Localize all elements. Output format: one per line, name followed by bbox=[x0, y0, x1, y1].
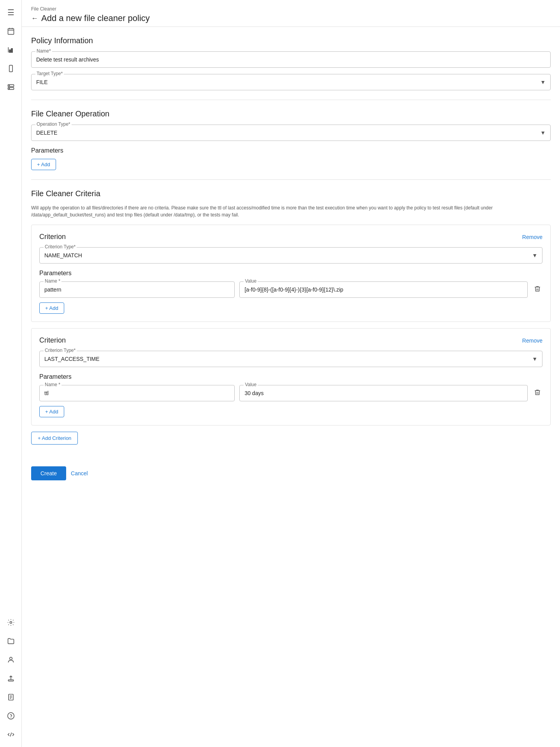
operation-title: File Cleaner Operation bbox=[31, 109, 551, 118]
criterion-type-field-group-1: Criterion Type* NAME_MATCH ▼ bbox=[39, 247, 542, 264]
operation-section: File Cleaner Operation Operation Type* D… bbox=[31, 109, 551, 141]
policy-info-section: Policy Information Name* Target Type* FI… bbox=[31, 36, 551, 90]
name-field-group: Name* bbox=[31, 51, 551, 68]
target-type-field[interactable]: Target Type* FILE ▼ bbox=[31, 74, 551, 90]
server-icon[interactable] bbox=[3, 79, 19, 95]
target-type-arrow: ▼ bbox=[540, 79, 546, 85]
upload-icon[interactable] bbox=[3, 671, 19, 686]
chart-icon[interactable] bbox=[3, 42, 19, 58]
folder-icon[interactable] bbox=[3, 633, 19, 649]
svg-point-20 bbox=[7, 713, 14, 719]
param-value-field-1-1[interactable]: Value bbox=[239, 281, 528, 298]
svg-rect-5 bbox=[9, 50, 10, 53]
param-name-label-2-1: Name * bbox=[44, 382, 61, 387]
param-name-input-2-1[interactable] bbox=[44, 388, 230, 398]
help-icon[interactable] bbox=[3, 708, 19, 724]
bottom-actions: Create Cancel bbox=[22, 460, 560, 490]
operation-type-label: Operation Type* bbox=[35, 121, 72, 127]
param-row-1-1: Name * Value bbox=[39, 281, 542, 298]
criterion-header-1: Criterion Remove bbox=[39, 233, 542, 241]
criterion-card-2: Criterion Remove Criterion Type* LAST_AC… bbox=[31, 328, 551, 425]
param-value-label-1-1: Value bbox=[244, 278, 258, 284]
criterion-card-1: Criterion Remove Criterion Type* NAME_MA… bbox=[31, 225, 551, 322]
criterion-type-field-group-2: Criterion Type* LAST_ACCESS_TIME ▼ bbox=[39, 351, 542, 367]
page-title-row: ← Add a new file cleaner policy bbox=[31, 13, 551, 23]
criterion-title-2: Criterion bbox=[39, 336, 66, 344]
person-icon[interactable] bbox=[3, 652, 19, 668]
criterion-2-params-section: Parameters Name * Value bbox=[39, 373, 542, 417]
svg-rect-6 bbox=[11, 49, 12, 53]
criteria-info: Will apply the operation to all files/di… bbox=[31, 204, 551, 218]
parameters-title: Parameters bbox=[31, 147, 551, 154]
code-icon[interactable] bbox=[3, 727, 19, 742]
criterion-type-field-2[interactable]: Criterion Type* LAST_ACCESS_TIME ▼ bbox=[39, 351, 542, 367]
main-content: File Cleaner ← Add a new file cleaner po… bbox=[22, 0, 560, 747]
criterion-1-params-section: Parameters Name * Value bbox=[39, 270, 542, 314]
svg-rect-0 bbox=[8, 28, 14, 34]
delete-param-2-1-button[interactable] bbox=[532, 387, 542, 399]
add-criterion-button[interactable]: + Add Criterion bbox=[31, 432, 78, 445]
criterion-type-arrow-1: ▼ bbox=[532, 252, 537, 258]
document2-icon[interactable] bbox=[3, 689, 19, 705]
svg-point-21 bbox=[11, 717, 11, 718]
target-type-field-group: Target Type* FILE ▼ bbox=[31, 74, 551, 90]
criterion-type-value-2: LAST_ACCESS_TIME bbox=[44, 354, 532, 364]
param-row-2-1: Name * Value bbox=[39, 385, 542, 401]
document-icon[interactable]: ☰ bbox=[3, 5, 19, 20]
criteria-title: File Cleaner Criteria bbox=[31, 189, 551, 198]
criterion-2-params-title: Parameters bbox=[39, 373, 542, 380]
param-name-field-1-1[interactable]: Name * bbox=[39, 281, 235, 298]
criterion-type-value-1: NAME_MATCH bbox=[44, 251, 532, 260]
svg-point-11 bbox=[9, 85, 10, 86]
back-button[interactable]: ← bbox=[31, 14, 38, 23]
form-area: Policy Information Name* Target Type* FI… bbox=[22, 27, 560, 460]
page-title: Add a new file cleaner policy bbox=[41, 13, 150, 23]
target-type-label: Target Type* bbox=[35, 71, 64, 76]
create-button[interactable]: Create bbox=[31, 466, 66, 480]
criterion-type-label-2: Criterion Type* bbox=[44, 348, 77, 353]
svg-rect-15 bbox=[8, 680, 13, 681]
phone-icon[interactable] bbox=[3, 61, 19, 76]
policy-info-title: Policy Information bbox=[31, 36, 551, 45]
svg-point-14 bbox=[9, 657, 12, 660]
param-name-label-1-1: Name * bbox=[44, 278, 61, 284]
name-field[interactable]: Name* bbox=[31, 51, 551, 68]
sidebar: ☰ bbox=[0, 0, 22, 747]
operation-type-field-group: Operation Type* DELETE ▼ bbox=[31, 125, 551, 141]
page-header: File Cleaner ← Add a new file cleaner po… bbox=[22, 0, 560, 27]
criterion-type-field-1[interactable]: Criterion Type* NAME_MATCH ▼ bbox=[39, 247, 542, 264]
parameters-section: Parameters + Add bbox=[31, 147, 551, 170]
divider-1 bbox=[31, 100, 551, 100]
delete-param-1-1-button[interactable] bbox=[532, 284, 542, 296]
criterion-type-label-1: Criterion Type* bbox=[44, 244, 77, 250]
add-param-2-button[interactable]: + Add bbox=[39, 406, 64, 417]
operation-type-field[interactable]: Operation Type* DELETE ▼ bbox=[31, 125, 551, 141]
settings-icon[interactable] bbox=[3, 615, 19, 630]
svg-line-22 bbox=[10, 733, 11, 736]
criterion-1-params-title: Parameters bbox=[39, 270, 542, 277]
calendar-icon[interactable] bbox=[3, 23, 19, 39]
operation-type-arrow: ▼ bbox=[540, 130, 546, 136]
svg-point-13 bbox=[10, 622, 12, 624]
param-value-input-2-1[interactable] bbox=[244, 388, 523, 398]
param-value-input-1-1[interactable] bbox=[244, 285, 523, 294]
target-type-value: FILE bbox=[36, 77, 540, 87]
remove-criterion-1-button[interactable]: Remove bbox=[522, 234, 542, 240]
name-label: Name* bbox=[35, 48, 52, 54]
param-name-input-1-1[interactable] bbox=[44, 285, 230, 294]
divider-2 bbox=[31, 179, 551, 180]
criterion-title-1: Criterion bbox=[39, 233, 66, 241]
param-value-field-2-1[interactable]: Value bbox=[239, 385, 528, 401]
criterion-type-arrow-2: ▼ bbox=[532, 356, 537, 362]
svg-point-12 bbox=[9, 88, 10, 89]
remove-criterion-2-button[interactable]: Remove bbox=[522, 337, 542, 344]
param-value-label-2-1: Value bbox=[244, 382, 258, 387]
cancel-button[interactable]: Cancel bbox=[71, 470, 88, 476]
criteria-section: File Cleaner Criteria Will apply the ope… bbox=[31, 189, 551, 425]
breadcrumb: File Cleaner bbox=[31, 6, 551, 12]
name-input[interactable] bbox=[36, 55, 546, 64]
svg-rect-7 bbox=[9, 65, 12, 72]
add-param-1-button[interactable]: + Add bbox=[39, 302, 64, 314]
param-name-field-2-1[interactable]: Name * bbox=[39, 385, 235, 401]
add-parameter-button[interactable]: + Add bbox=[31, 159, 56, 170]
